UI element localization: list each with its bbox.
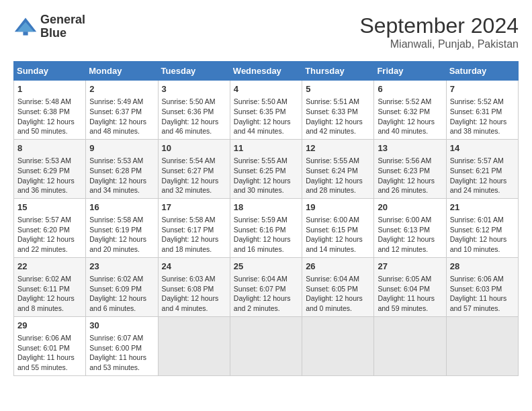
day-info: Sunrise: 5:52 AM Sunset: 6:31 PM Dayligh…: [450, 97, 515, 136]
calendar-cell: 12Sunrise: 5:55 AM Sunset: 6:24 PM Dayli…: [302, 139, 374, 198]
calendar-cell: 4Sunrise: 5:50 AM Sunset: 6:35 PM Daylig…: [230, 81, 302, 140]
calendar-cell: 17Sunrise: 5:58 AM Sunset: 6:17 PM Dayli…: [158, 198, 230, 257]
weekday-header-wednesday: Wednesday: [230, 62, 302, 81]
day-number: 13: [378, 142, 442, 154]
day-info: Sunrise: 6:05 AM Sunset: 6:04 PM Dayligh…: [378, 274, 442, 314]
logo: General Blue: [13, 13, 85, 40]
calendar-week-4: 22Sunrise: 6:02 AM Sunset: 6:11 PM Dayli…: [14, 257, 519, 316]
calendar-cell: 13Sunrise: 5:56 AM Sunset: 6:23 PM Dayli…: [374, 139, 446, 198]
day-number: 4: [234, 83, 298, 95]
day-number: 24: [162, 261, 226, 273]
page-title: September 2024: [359, 13, 519, 38]
day-info: Sunrise: 5:48 AM Sunset: 6:38 PM Dayligh…: [17, 97, 82, 136]
day-number: 26: [306, 261, 370, 273]
weekday-header-tuesday: Tuesday: [158, 62, 230, 81]
calendar-cell: [158, 316, 230, 375]
calendar-cell: 14Sunrise: 5:57 AM Sunset: 6:21 PM Dayli…: [446, 139, 518, 198]
page-header: General Blue September 2024 Mianwali, Pu…: [13, 13, 519, 50]
calendar-cell: 26Sunrise: 6:04 AM Sunset: 6:05 PM Dayli…: [302, 257, 374, 316]
day-number: 15: [17, 201, 82, 214]
calendar-cell: 23Sunrise: 6:02 AM Sunset: 6:09 PM Dayli…: [86, 257, 158, 316]
day-number: 16: [89, 201, 154, 214]
calendar-cell: 27Sunrise: 6:05 AM Sunset: 6:04 PM Dayli…: [374, 257, 446, 316]
day-info: Sunrise: 6:04 AM Sunset: 6:05 PM Dayligh…: [306, 274, 370, 314]
calendar-cell: [230, 316, 302, 375]
day-number: 23: [89, 261, 154, 273]
calendar-cell: 19Sunrise: 6:00 AM Sunset: 6:15 PM Dayli…: [302, 198, 374, 257]
day-number: 7: [450, 83, 515, 95]
calendar-cell: 10Sunrise: 5:54 AM Sunset: 6:27 PM Dayli…: [158, 139, 230, 198]
calendar-cell: 24Sunrise: 6:03 AM Sunset: 6:08 PM Dayli…: [158, 257, 230, 316]
day-number: 30: [89, 320, 154, 332]
day-info: Sunrise: 5:51 AM Sunset: 6:33 PM Dayligh…: [306, 97, 370, 136]
day-number: 2: [89, 83, 154, 95]
day-info: Sunrise: 6:01 AM Sunset: 6:12 PM Dayligh…: [450, 215, 515, 255]
calendar-cell: 7Sunrise: 5:52 AM Sunset: 6:31 PM Daylig…: [446, 81, 518, 140]
day-info: Sunrise: 5:59 AM Sunset: 6:16 PM Dayligh…: [234, 215, 298, 255]
day-number: 17: [162, 201, 226, 214]
calendar-cell: [302, 316, 374, 375]
day-number: 11: [234, 142, 298, 154]
logo-text: General Blue: [40, 13, 85, 40]
calendar-cell: 2Sunrise: 5:49 AM Sunset: 6:37 PM Daylig…: [86, 81, 158, 140]
weekday-header-row: SundayMondayTuesdayWednesdayThursdayFrid…: [14, 62, 519, 81]
day-info: Sunrise: 5:49 AM Sunset: 6:37 PM Dayligh…: [89, 97, 154, 136]
calendar-cell: 21Sunrise: 6:01 AM Sunset: 6:12 PM Dayli…: [446, 198, 518, 257]
calendar-table: SundayMondayTuesdayWednesdayThursdayFrid…: [13, 61, 519, 376]
day-info: Sunrise: 5:56 AM Sunset: 6:23 PM Dayligh…: [378, 156, 442, 195]
calendar-cell: 3Sunrise: 5:50 AM Sunset: 6:36 PM Daylig…: [158, 81, 230, 140]
day-info: Sunrise: 5:53 AM Sunset: 6:29 PM Dayligh…: [17, 156, 82, 195]
day-info: Sunrise: 6:06 AM Sunset: 6:03 PM Dayligh…: [450, 274, 515, 314]
day-info: Sunrise: 5:55 AM Sunset: 6:24 PM Dayligh…: [306, 156, 370, 195]
calendar-cell: 8Sunrise: 5:53 AM Sunset: 6:29 PM Daylig…: [14, 139, 86, 198]
calendar-cell: 22Sunrise: 6:02 AM Sunset: 6:11 PM Dayli…: [14, 257, 86, 316]
day-info: Sunrise: 6:06 AM Sunset: 6:01 PM Dayligh…: [17, 333, 82, 373]
day-number: 6: [378, 83, 442, 95]
calendar-week-2: 8Sunrise: 5:53 AM Sunset: 6:29 PM Daylig…: [14, 139, 519, 198]
calendar-cell: 20Sunrise: 6:00 AM Sunset: 6:13 PM Dayli…: [374, 198, 446, 257]
day-number: 22: [17, 261, 82, 273]
day-number: 9: [89, 142, 154, 154]
day-number: 28: [450, 261, 515, 273]
calendar-cell: 28Sunrise: 6:06 AM Sunset: 6:03 PM Dayli…: [446, 257, 518, 316]
calendar-cell: 18Sunrise: 5:59 AM Sunset: 6:16 PM Dayli…: [230, 198, 302, 257]
day-number: 18: [234, 201, 298, 214]
calendar-cell: 29Sunrise: 6:06 AM Sunset: 6:01 PM Dayli…: [14, 316, 86, 375]
calendar-week-5: 29Sunrise: 6:06 AM Sunset: 6:01 PM Dayli…: [14, 316, 519, 375]
day-info: Sunrise: 5:52 AM Sunset: 6:32 PM Dayligh…: [378, 97, 442, 136]
day-number: 1: [17, 83, 82, 95]
day-number: 21: [450, 201, 515, 214]
logo-icon: [13, 15, 38, 39]
day-info: Sunrise: 5:50 AM Sunset: 6:35 PM Dayligh…: [234, 97, 298, 136]
day-info: Sunrise: 6:00 AM Sunset: 6:13 PM Dayligh…: [378, 215, 442, 255]
day-info: Sunrise: 6:02 AM Sunset: 6:09 PM Dayligh…: [89, 274, 154, 314]
day-info: Sunrise: 5:57 AM Sunset: 6:21 PM Dayligh…: [450, 156, 515, 195]
calendar-cell: 6Sunrise: 5:52 AM Sunset: 6:32 PM Daylig…: [374, 81, 446, 140]
day-info: Sunrise: 5:58 AM Sunset: 6:17 PM Dayligh…: [162, 215, 226, 255]
day-info: Sunrise: 5:54 AM Sunset: 6:27 PM Dayligh…: [162, 156, 226, 195]
weekday-header-monday: Monday: [86, 62, 158, 81]
weekday-header-saturday: Saturday: [446, 62, 518, 81]
page-subtitle: Mianwali, Punjab, Pakistan: [359, 38, 519, 50]
day-info: Sunrise: 5:57 AM Sunset: 6:20 PM Dayligh…: [17, 215, 82, 255]
svg-rect-2: [23, 32, 28, 35]
calendar-week-1: 1Sunrise: 5:48 AM Sunset: 6:38 PM Daylig…: [14, 81, 519, 140]
day-number: 12: [306, 142, 370, 154]
day-number: 19: [306, 201, 370, 214]
day-info: Sunrise: 6:03 AM Sunset: 6:08 PM Dayligh…: [162, 274, 226, 314]
day-number: 25: [234, 261, 298, 273]
day-info: Sunrise: 5:50 AM Sunset: 6:36 PM Dayligh…: [162, 97, 226, 136]
day-info: Sunrise: 5:53 AM Sunset: 6:28 PM Dayligh…: [89, 156, 154, 195]
calendar-week-3: 15Sunrise: 5:57 AM Sunset: 6:20 PM Dayli…: [14, 198, 519, 257]
calendar-cell: 30Sunrise: 6:07 AM Sunset: 6:00 PM Dayli…: [86, 316, 158, 375]
day-number: 3: [162, 83, 226, 95]
day-number: 14: [450, 142, 515, 154]
day-info: Sunrise: 5:55 AM Sunset: 6:25 PM Dayligh…: [234, 156, 298, 195]
calendar-cell: 25Sunrise: 6:04 AM Sunset: 6:07 PM Dayli…: [230, 257, 302, 316]
day-info: Sunrise: 5:58 AM Sunset: 6:19 PM Dayligh…: [89, 215, 154, 255]
day-number: 29: [17, 320, 82, 332]
weekday-header-friday: Friday: [374, 62, 446, 81]
title-block: September 2024 Mianwali, Punjab, Pakista…: [359, 13, 519, 50]
day-info: Sunrise: 6:07 AM Sunset: 6:00 PM Dayligh…: [89, 333, 154, 373]
weekday-header-thursday: Thursday: [302, 62, 374, 81]
